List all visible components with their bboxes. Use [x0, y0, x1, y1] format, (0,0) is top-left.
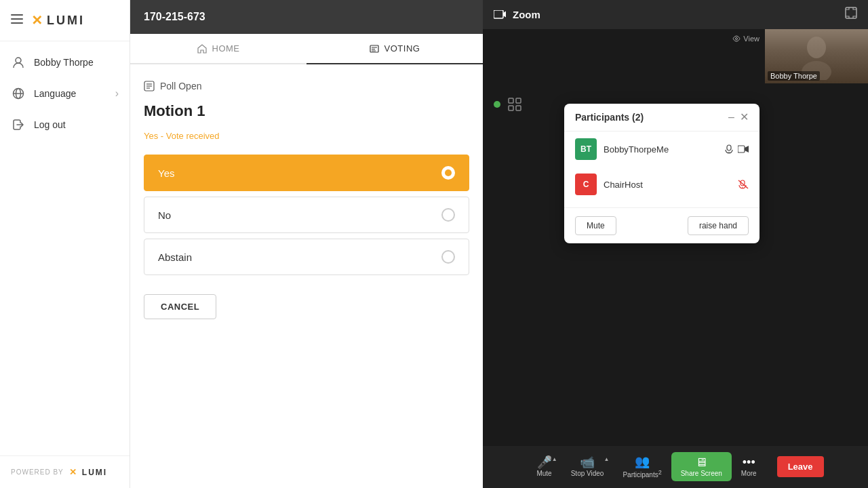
avatar-c: C	[575, 174, 597, 195]
video-name-tag: Bobby Thorpe	[768, 71, 820, 81]
sidebar-header: ✕ LUMI	[0, 0, 130, 41]
user-icon	[11, 55, 26, 70]
zoom-status-bar	[494, 97, 522, 112]
leave-button[interactable]: Leave	[777, 456, 824, 477]
stop-video-tool[interactable]: ▲ 📹 Stop Video	[561, 452, 614, 481]
participants-tool[interactable]: 👥 Participants2	[613, 451, 671, 483]
mic-icon	[724, 144, 734, 154]
zoom-label: Zoom	[513, 9, 540, 20]
tab-voting[interactable]: VOTING	[307, 34, 483, 64]
cancel-button[interactable]: CANCEL	[144, 294, 216, 319]
logo-x-icon: ✕	[31, 12, 43, 28]
view-button[interactable]: View	[732, 35, 760, 43]
sidebar-item-language[interactable]: Language ›	[0, 78, 130, 109]
mute-btn[interactable]: Mute	[575, 216, 616, 235]
sidebar-footer: POWERED BY ✕ LUMI	[0, 455, 130, 488]
abstain-label: Abstain	[158, 251, 192, 263]
poll-open-label: Poll Open	[160, 81, 201, 92]
participants-tool-icon: 👥	[635, 455, 650, 468]
lumi-body: Poll Open Motion 1 Yes - Vote received Y…	[130, 64, 483, 488]
zoom-panel: Zoom View	[483, 0, 868, 488]
home-icon	[197, 44, 207, 54]
participants-minimize-btn[interactable]: –	[728, 112, 734, 123]
share-screen-label: Share Screen	[681, 470, 722, 477]
yes-radio	[441, 166, 455, 180]
participant-icons-bt	[724, 144, 749, 154]
mute-tool[interactable]: ▲ 🎤 Mute	[527, 452, 561, 481]
logo-text: LUMI	[47, 14, 85, 28]
share-screen-tool[interactable]: 🖥 Share Screen	[671, 452, 732, 481]
svg-rect-21	[516, 98, 521, 103]
sidebar-nav: Bobby Thorpe Language ›	[0, 41, 130, 455]
raise-hand-btn[interactable]: raise hand	[688, 216, 749, 235]
participants-panel: Participants (2) – ✕ BT BobbyThorpeMe	[564, 104, 760, 243]
svg-point-18	[807, 37, 826, 58]
abstain-radio	[441, 250, 455, 264]
no-label: No	[158, 209, 171, 221]
footer-logo-x: ✕	[69, 467, 77, 477]
poll-status: Poll Open	[144, 81, 469, 92]
participant-name-c: ChairHost	[604, 180, 731, 190]
lumi-logo: ✕ LUMI	[31, 12, 85, 28]
svg-point-17	[736, 38, 738, 40]
language-left: Language	[11, 86, 76, 101]
svg-rect-2	[11, 22, 23, 24]
motion-title: Motion 1	[144, 102, 469, 120]
view-label: View	[743, 35, 760, 43]
svg-rect-0	[11, 14, 23, 16]
no-radio	[441, 208, 455, 222]
vote-option-abstain[interactable]: Abstain	[144, 239, 469, 275]
meeting-id: 170-215-673	[144, 11, 205, 22]
stop-video-label: Stop Video	[571, 470, 604, 477]
participant-name-bt: BobbyThorpeMe	[604, 144, 717, 155]
poll-icon	[144, 81, 155, 92]
zoom-video-area: View Bobby Thorpe	[483, 29, 868, 446]
mic-off-icon	[738, 180, 749, 189]
svg-point-3	[16, 58, 21, 63]
svg-rect-1	[11, 18, 23, 20]
footer-logo-text: LUMI	[82, 468, 107, 477]
participants-footer: Mute raise hand	[564, 207, 760, 243]
sidebar-item-user[interactable]: Bobby Thorpe	[0, 47, 130, 78]
participants-tool-label: Participants2	[623, 469, 661, 479]
zoom-screen-icon	[494, 10, 506, 20]
stop-video-icon: 📹	[580, 456, 595, 468]
more-tool[interactable]: ••• More	[732, 452, 766, 481]
svg-rect-15	[494, 10, 503, 18]
expand-icon[interactable]	[845, 7, 857, 22]
vote-option-no[interactable]: No	[144, 197, 469, 233]
video-chevron-icon[interactable]: ▲	[604, 456, 610, 462]
view-icon	[732, 35, 741, 42]
zoom-topbar: Zoom	[483, 0, 868, 29]
powered-by-text: POWERED BY	[11, 468, 64, 476]
grid-icon	[507, 97, 522, 112]
lumi-panel: 170-215-673 HOME VOTING	[130, 0, 483, 488]
svg-rect-23	[516, 106, 521, 110]
svg-rect-22	[509, 106, 513, 110]
more-label: More	[741, 470, 757, 477]
participants-controls: – ✕	[728, 112, 749, 123]
vote-option-yes[interactable]: Yes	[144, 155, 469, 191]
mute-chevron-icon[interactable]: ▲	[552, 456, 557, 462]
voting-icon	[370, 44, 379, 54]
globe-icon	[11, 86, 26, 101]
participant-row-bt: BT BobbyThorpeMe	[564, 131, 760, 167]
more-icon: •••	[743, 456, 755, 468]
language-label: Language	[34, 88, 76, 99]
participants-title: Participants (2)	[575, 112, 644, 123]
mute-tool-icon: 🎤	[537, 456, 552, 468]
menu-icon[interactable]	[11, 14, 23, 26]
zoom-toolbar: ▲ 🎤 Mute ▲ 📹 Stop Video 👥 Participants2 …	[483, 446, 868, 488]
meeting-id-bar: 170-215-673	[130, 0, 483, 34]
lumi-tabs: HOME VOTING	[130, 34, 483, 64]
yes-label: Yes	[158, 167, 174, 179]
zoom-title: Zoom	[494, 9, 540, 20]
vote-received: Yes - Vote received	[144, 131, 469, 141]
tab-home[interactable]: HOME	[130, 34, 307, 64]
svg-rect-20	[509, 98, 513, 103]
participant-row-c: C ChairHost	[564, 167, 760, 202]
svg-rect-24	[727, 145, 731, 150]
share-screen-icon: 🖥	[695, 456, 707, 468]
sidebar-item-logout[interactable]: Log out	[0, 109, 130, 140]
participants-close-btn[interactable]: ✕	[740, 112, 749, 123]
